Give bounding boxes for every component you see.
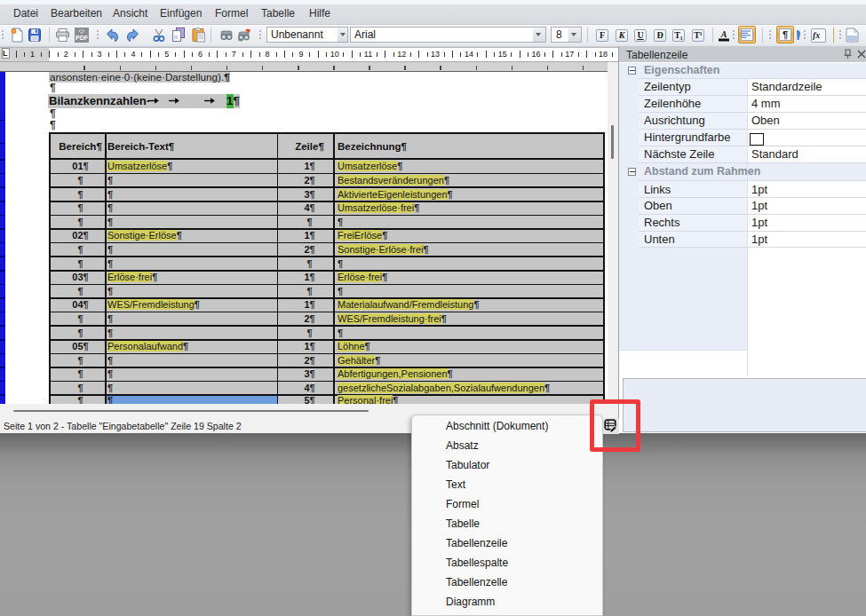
svg-text:PDF: PDF [75, 35, 89, 41]
svg-text:A: A [720, 29, 727, 39]
